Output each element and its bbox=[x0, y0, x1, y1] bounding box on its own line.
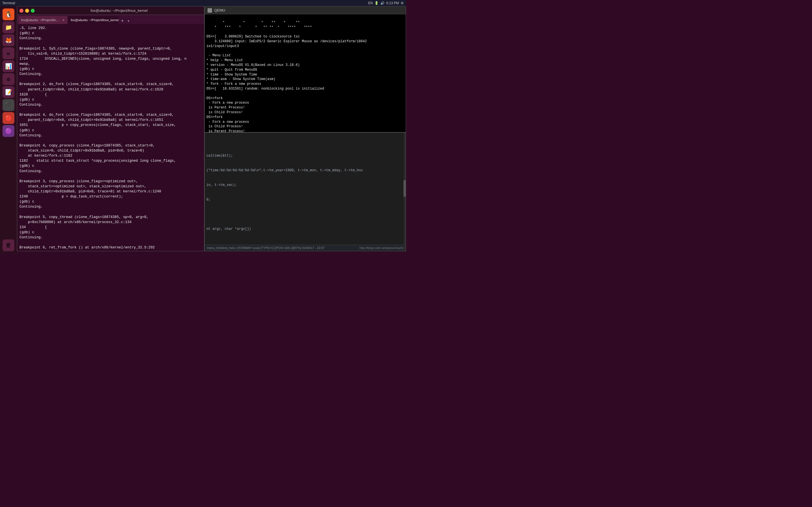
qemu-console-text: * * * ** * ** * *** * * ** ** * **** ***… bbox=[206, 20, 367, 133]
editor-line-1: caltime(&tt); bbox=[206, 154, 404, 158]
sidebar-icon-app1[interactable]: 🔴 bbox=[3, 112, 14, 124]
editor-line-5 bbox=[206, 212, 404, 217]
tab-1-close[interactable]: ✕ bbox=[62, 18, 64, 22]
editor-content-area: caltime(&tt); ("time:%d:%d:%d:%d:%d:%d\n… bbox=[206, 144, 404, 251]
maximize-button[interactable] bbox=[31, 9, 35, 13]
system-bar-right: EN 🔋 🔊 6:13 PM ⚙ bbox=[368, 1, 404, 5]
terminal-window: fox@ubuntu: ~/Project/linux_kernel fox@u… bbox=[17, 6, 204, 251]
keyboard-indicator[interactable]: EN bbox=[368, 1, 373, 5]
system-bar-title: Terminal bbox=[2, 1, 15, 5]
qemu-window: QEMU * * * ** * ** * *** * * ** ** * ***… bbox=[204, 6, 406, 251]
sidebar: 🐧 📁 🦊 ✉ 📊 ⚙ 📝 ⬛ 🔴 🟣 🗑 bbox=[0, 6, 17, 253]
tab-1-label: fox@ubuntu: ~/Project/linux_kernel/r... bbox=[21, 18, 61, 22]
tab-2[interactable]: fox@ubuntu: ~/Project/linux_kernel ✕ bbox=[68, 16, 119, 24]
sidebar-icon-editor[interactable]: 📝 bbox=[3, 86, 14, 98]
qemu-icon bbox=[207, 8, 212, 13]
battery-indicator: 🔋 bbox=[374, 1, 378, 5]
sidebar-icon-ubuntu[interactable]: 🐧 bbox=[3, 8, 14, 20]
editor-scrollbar[interactable] bbox=[403, 133, 406, 251]
sidebar-icon-purple[interactable]: 🟣 bbox=[3, 125, 14, 137]
volume-indicator[interactable]: 🔊 bbox=[380, 1, 385, 5]
terminal-title: fox@ubuntu: ~/Project/linux_kernel bbox=[36, 8, 202, 13]
tab-1[interactable]: fox@ubuntu: ~/Project/linux_kernel/r... … bbox=[18, 16, 67, 24]
qemu-console[interactable]: * * * ** * ** * *** * * ** ** * **** ***… bbox=[205, 14, 406, 133]
sidebar-icon-files[interactable]: 📁 bbox=[3, 21, 14, 33]
sidebar-icon-calc[interactable]: 📊 bbox=[3, 60, 14, 72]
editor-line-2: ("time:%d:%d:%d:%d:%d:%d\n",t->tm_year+1… bbox=[206, 168, 404, 173]
terminal-titlebar: fox@ubuntu: ~/Project/linux_kernel bbox=[17, 6, 204, 15]
system-bar: Terminal EN 🔋 🔊 6:13 PM ⚙ bbox=[0, 0, 406, 6]
editor-statusbar: menu_fork/test_fork.c [FORMAT=unix] [TYP… bbox=[205, 245, 406, 251]
system-bar-left: Terminal bbox=[2, 1, 15, 5]
sidebar-icon-settings[interactable]: ⚙ bbox=[3, 73, 14, 85]
statusbar-text: menu_fork/test_fork.c [FORMAT=unix] [TYP… bbox=[207, 246, 324, 250]
clock: 6:13 PM bbox=[386, 1, 399, 5]
qemu-editor[interactable]: caltime(&tt); ("time:%d:%d:%d:%d:%d:%d\n… bbox=[205, 133, 406, 251]
settings-icon[interactable]: ⚙ bbox=[401, 1, 404, 5]
editor-line-4: 0; bbox=[206, 198, 404, 202]
new-tab-button[interactable]: + bbox=[119, 18, 125, 24]
tab-dropdown-button[interactable]: ▾ bbox=[126, 18, 131, 24]
sidebar-icon-browser[interactable]: 🦊 bbox=[3, 34, 14, 46]
close-button[interactable] bbox=[19, 9, 23, 13]
sidebar-icon-terminal[interactable]: ⬛ bbox=[3, 99, 14, 111]
tab-bar: fox@ubuntu: ~/Project/linux_kernel/r... … bbox=[17, 15, 204, 24]
qemu-title: QEMU bbox=[214, 8, 225, 12]
sidebar-icon-trash[interactable]: 🗑 bbox=[3, 239, 14, 251]
editor-line-6: nt argc, char *argv[]) bbox=[206, 227, 404, 231]
editor-line-3: in, t->tm_sec); bbox=[206, 183, 404, 187]
sidebar-icon-email[interactable]: ✉ bbox=[3, 47, 14, 59]
minimize-button[interactable] bbox=[25, 9, 29, 13]
statusbar-url: http://blog.csdn.net/qianxi/xiazhi bbox=[359, 246, 403, 250]
tab-2-label: fox@ubuntu: ~/Project/linux_kernel bbox=[71, 18, 119, 22]
terminal-content[interactable]: .S, line 292. (gdb) c Continuing. Breakp… bbox=[17, 24, 204, 251]
scrollbar-thumb[interactable] bbox=[403, 180, 406, 197]
qemu-titlebar: QEMU bbox=[205, 6, 406, 14]
